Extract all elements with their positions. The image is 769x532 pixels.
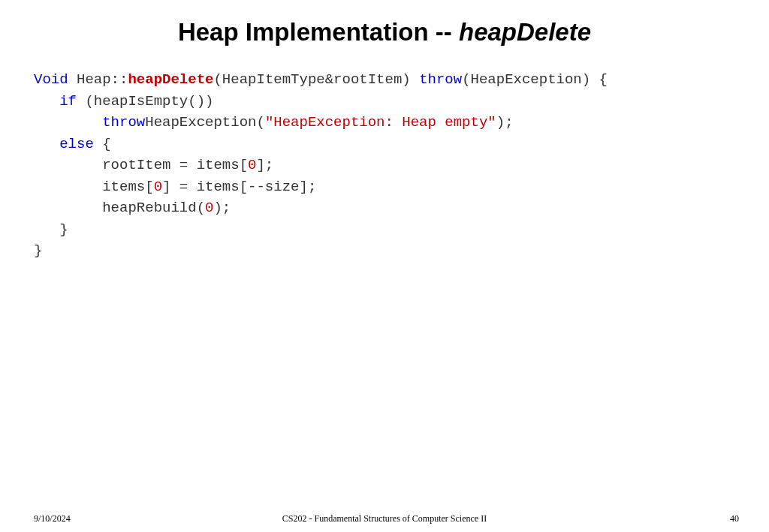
string-literal: "HeapException: Heap empty" (265, 114, 496, 131)
code-text: { (94, 136, 111, 152)
indent (34, 93, 59, 110)
code-line-7: heapRebuild(0); (34, 197, 769, 219)
keyword-void: Void (34, 71, 68, 88)
code-line-4: else { (34, 134, 769, 155)
indent (34, 114, 102, 131)
keyword-if: if (59, 93, 77, 110)
code-text: (heapIsEmpty()) (77, 93, 213, 110)
code-text: } (59, 221, 68, 238)
code-line-2: if (heapIsEmpty()) (34, 91, 769, 113)
code-text: heapRebuild( (102, 200, 205, 216)
code-text: HeapException( (145, 114, 265, 131)
code-text: ); (496, 114, 514, 131)
code-line-6: items[0] = items[--size]; (34, 176, 769, 198)
footer-course: CS202 - Fundamental Structures of Comput… (0, 513, 769, 524)
method-name: heapDelete (128, 71, 213, 88)
number-literal: 0 (154, 179, 162, 195)
number-literal: 0 (205, 200, 213, 216)
code-text: } (34, 242, 42, 259)
code-text: ); (213, 200, 231, 216)
keyword-throw: throw (419, 71, 462, 88)
code-line-9: } (34, 240, 769, 262)
code-text: rootItem = items[ (102, 157, 248, 173)
code-line-8: } (34, 219, 769, 241)
code-text: (HeapItemType&rootItem) (213, 71, 419, 88)
indent (34, 179, 102, 195)
code-text: items[ (102, 179, 153, 195)
indent (34, 136, 59, 152)
keyword-else: else (59, 136, 94, 152)
code-line-5: rootItem = items[0]; (34, 155, 769, 176)
footer-page: 40 (730, 513, 739, 524)
code-line-3: throwHeapException("HeapException: Heap … (34, 112, 769, 134)
indent (34, 200, 102, 216)
title-method: heapDelete (459, 18, 591, 46)
indent (34, 157, 102, 173)
keyword-throw: throw (102, 114, 145, 131)
code-line-1: Void Heap::heapDelete(HeapItemType&rootI… (34, 69, 769, 91)
indent (34, 221, 59, 238)
code-text: Heap:: (68, 71, 128, 88)
code-text: (HeapException) { (462, 71, 608, 88)
title-prefix: Heap Implementation -- (178, 18, 459, 46)
code-block: Void Heap::heapDelete(HeapItemType&rootI… (0, 69, 769, 262)
code-text: ] = items[--size]; (162, 179, 316, 195)
code-text: ]; (256, 157, 273, 173)
slide-title: Heap Implementation -- heapDelete (0, 0, 769, 69)
number-literal: 0 (248, 157, 256, 173)
